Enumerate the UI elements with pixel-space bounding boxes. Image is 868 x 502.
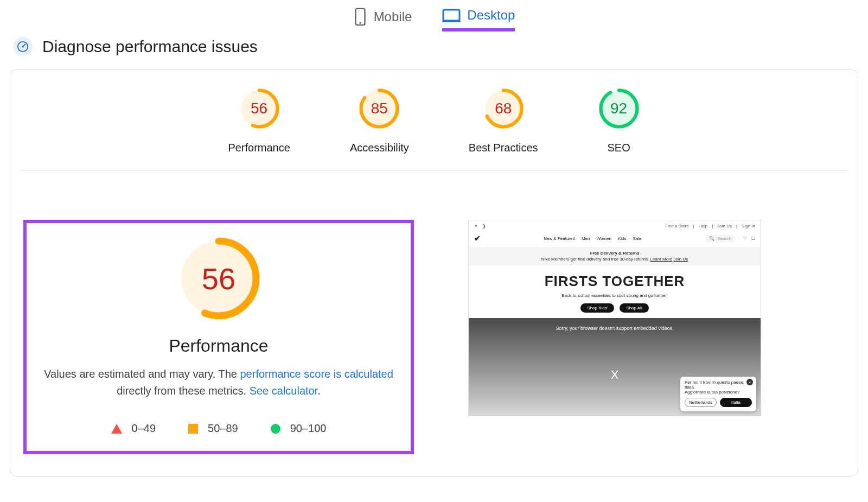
svg-rect-2 bbox=[443, 10, 459, 21]
performance-score-calc-link[interactable]: performance score is calculated bbox=[240, 368, 393, 380]
performance-big-gauge-host: 56 bbox=[39, 235, 399, 324]
gauge-best-practices: 68 bbox=[482, 87, 525, 130]
shot-icons: ♡ ☐ bbox=[743, 236, 755, 241]
shot-cta-row: Shop Kids' Shop All bbox=[469, 303, 761, 313]
shot-nav-item: Men bbox=[582, 236, 590, 241]
shot-popup-line1: Per noi ti trovi in questo paese: Italia… bbox=[685, 380, 752, 390]
legend-poor-label: 0–49 bbox=[132, 422, 156, 435]
shot-toplink: Join Us bbox=[717, 224, 732, 228]
shot-hero-sub: Back-to-school essentials to start stron… bbox=[469, 293, 761, 298]
shot-popup-line2: Aggiornare la tua posizione? bbox=[685, 390, 752, 395]
desktop-icon bbox=[442, 8, 461, 22]
legend-good: 90–100 bbox=[271, 422, 327, 435]
performance-big-gauge: 56 bbox=[175, 235, 262, 322]
shot-hero-title: FIRSTS TOGETHER bbox=[469, 273, 761, 290]
device-tabs: Mobile Desktop bbox=[0, 0, 868, 35]
heart-icon: ♡ bbox=[743, 236, 747, 241]
score-accessibility[interactable]: 85Accessibility bbox=[350, 87, 409, 154]
score-legend: 0–49 50–89 90–100 bbox=[39, 422, 399, 435]
legend-average-label: 50–89 bbox=[208, 422, 238, 435]
shot-nav-item: Sale bbox=[633, 236, 641, 241]
shot-mainbar: ✔ New & FeaturedMenWomenKidsSale 🔍 Searc… bbox=[469, 232, 761, 247]
svg-rect-3 bbox=[442, 21, 461, 22]
section-header: Diagnose performance issues bbox=[0, 34, 868, 69]
shot-nav-item: Kids bbox=[618, 236, 627, 241]
shot-banner: Free Delivery & Returns Nike Members get… bbox=[469, 247, 761, 265]
jumpman-icon: ✦ bbox=[474, 224, 478, 228]
mobile-icon bbox=[353, 8, 367, 26]
score-label: Accessibility bbox=[350, 142, 409, 154]
gauge-accessibility: 85 bbox=[358, 87, 400, 130]
close-icon: × bbox=[746, 379, 753, 385]
score-performance[interactable]: 56Performance bbox=[228, 87, 290, 154]
score-label: Best Practices bbox=[469, 142, 538, 154]
performance-description: Values are estimated and may vary. The p… bbox=[39, 366, 399, 399]
shot-topbar: ✦ ❯ Find a Store|Help|Join Us|Sign In bbox=[469, 220, 761, 232]
tab-mobile-label: Mobile bbox=[374, 9, 412, 24]
shot-popup-btn2: Italia bbox=[720, 398, 752, 407]
gauge-seo: 92 bbox=[598, 87, 640, 130]
perf-desc-mid: directly from these metrics. bbox=[117, 385, 250, 397]
swoosh-icon: ✔ bbox=[474, 234, 481, 243]
shot-nav-item: New & Featured bbox=[544, 236, 575, 241]
shot-locale-popup: × Per noi ti trovi in questo paese: Ital… bbox=[680, 377, 756, 411]
converse-icon: ❯ bbox=[482, 224, 486, 228]
triangle-icon bbox=[111, 424, 122, 434]
shot-toplink: Find a Store bbox=[665, 224, 689, 228]
legend-good-label: 90–100 bbox=[290, 422, 327, 435]
search-icon: 🔍 bbox=[709, 236, 714, 241]
shot-toplink: Help bbox=[699, 224, 707, 228]
legend-average: 50–89 bbox=[188, 422, 238, 435]
tab-mobile[interactable]: Mobile bbox=[353, 8, 412, 35]
perf-desc-post: . bbox=[317, 385, 321, 397]
perf-desc-pre: Values are estimated and may vary. The bbox=[44, 368, 240, 380]
shot-hero: FIRSTS TOGETHER Back-to-school essential… bbox=[469, 265, 761, 318]
shot-banner-link1: Learn More bbox=[650, 257, 672, 262]
shot-toplink: Sign In bbox=[742, 224, 755, 228]
shot-cta-2: Shop All bbox=[620, 303, 648, 313]
shot-popup-btn1: Netherlands bbox=[685, 398, 717, 407]
score-best-practices[interactable]: 68Best Practices bbox=[469, 87, 538, 154]
square-icon bbox=[188, 424, 198, 434]
svg-point-1 bbox=[359, 22, 361, 24]
shot-banner-sub: Nike Members get free delivery and free … bbox=[541, 257, 650, 262]
gauge-icon bbox=[13, 37, 33, 56]
circle-icon bbox=[271, 424, 280, 434]
shot-banner-link2: Join Us bbox=[674, 257, 688, 262]
score-row: 56Performance85Accessibility68Best Pract… bbox=[19, 87, 849, 171]
detail-row: 56 Performance Values are estimated and … bbox=[16, 171, 852, 454]
score-label: SEO bbox=[598, 142, 640, 154]
shot-cta-1: Shop Kids' bbox=[580, 303, 614, 313]
page-screenshot: ✦ ❯ Find a Store|Help|Join Us|Sign In ✔ … bbox=[468, 220, 761, 416]
tab-desktop-label: Desktop bbox=[467, 8, 515, 23]
shot-nav-item: Women bbox=[597, 236, 611, 241]
shot-nav: New & FeaturedMenWomenKidsSale bbox=[488, 236, 697, 241]
report-card: 56Performance85Accessibility68Best Pract… bbox=[10, 69, 858, 476]
section-title: Diagnose performance issues bbox=[42, 37, 258, 56]
see-calculator-link[interactable]: See calculator bbox=[250, 385, 318, 397]
shot-video: Sorry, your browser doesn't support embe… bbox=[469, 318, 761, 416]
tab-desktop[interactable]: Desktop bbox=[442, 8, 515, 31]
legend-poor: 0–49 bbox=[111, 422, 156, 435]
shot-video-x: X bbox=[611, 368, 619, 382]
shot-banner-title: Free Delivery & Returns bbox=[590, 251, 640, 256]
performance-heading: Performance bbox=[39, 336, 399, 356]
performance-panel: 56 Performance Values are estimated and … bbox=[23, 220, 414, 454]
svg-point-5 bbox=[22, 46, 24, 48]
score-seo[interactable]: 92SEO bbox=[598, 87, 640, 154]
shot-video-msg: Sorry, your browser doesn't support embe… bbox=[469, 318, 761, 331]
bag-icon: ☐ bbox=[751, 236, 755, 241]
shot-search-placeholder: Search bbox=[718, 236, 731, 241]
score-label: Performance bbox=[228, 142, 290, 154]
gauge-performance: 56 bbox=[238, 87, 280, 130]
shot-search: 🔍 Search bbox=[705, 235, 736, 242]
